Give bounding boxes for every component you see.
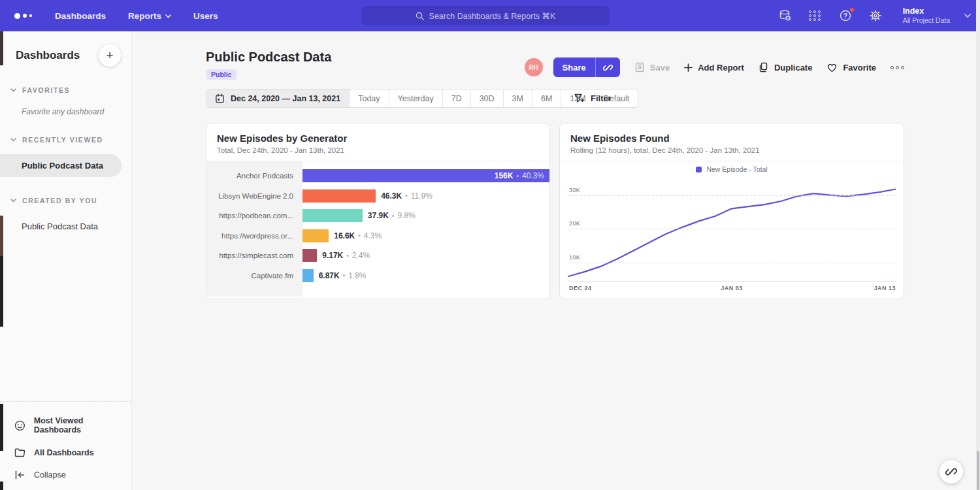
value-separator: • [346,252,349,259]
all-dashboards-button[interactable]: All Dashboards [14,441,131,464]
search-input[interactable]: Search Dashboards & Reports ⌘K [361,6,610,25]
bar-wordpress[interactable] [302,229,329,242]
bar-captivate[interactable] [302,269,314,282]
settings-gear-icon[interactable] [869,9,882,22]
bar-value: 16.6K [334,231,355,240]
bar-anchor-podcasts[interactable]: 156K•40.3% [302,169,549,182]
bar-row[interactable]: 156K•40.3% [302,166,549,186]
preset-30d[interactable]: 30D [471,90,504,107]
header-actions: RH Share Save Add Report Duplicate Favor… [525,57,904,78]
nav-right-icons: ? Index All Project Data [779,0,971,31]
bar-chart-category-axis: Anchor Podcasts Libsyn WebEngine 2.0 htt… [206,161,302,297]
value-separator: • [405,192,408,199]
sidebar-section-created-by-you[interactable]: CREATED BY YOU [10,197,131,204]
bar-row[interactable]: 16.6K•4.3% [302,226,549,246]
bar-row[interactable]: 9.17K•2.4% [302,246,549,266]
chevron-down-icon [10,138,16,142]
share-button[interactable]: Share [553,57,595,77]
filter-button[interactable]: Filter [574,89,612,108]
collapse-sidebar-button[interactable]: Collapse [14,464,131,486]
search-placeholder: Search Dashboards & Reports ⌘K [429,11,556,21]
most-viewed-dashboards-button[interactable]: Most Viewed Dashboards [14,410,131,441]
sidebar-item-public-podcast-data-created[interactable]: Public Podcast Data [0,215,131,238]
bar-row[interactable]: 37.9K•9.8% [302,206,549,226]
bar-row[interactable]: 6.87K•1.8% [302,266,549,286]
chart-legend[interactable]: New Episode - Total [560,161,904,177]
scrollbar-thumb[interactable] [977,451,979,490]
bar-value: 9.17K [322,251,343,260]
category-label: Captivate.fm [206,266,302,286]
bar-chart-plot: 156K•40.3% 46.3K•11.9% 37.9K•9.8% 16.6K•… [302,161,549,297]
card-subtitle: Total, Dec 24th, 2020 - Jan 13th, 2021 [217,146,539,154]
bottom-item-label: All Dashboards [34,448,94,457]
nav-item-users[interactable]: Users [193,11,218,21]
legend-swatch [696,167,702,172]
add-report-button[interactable]: Add Report [684,63,744,73]
notification-badge [849,7,855,12]
chevron-down-icon [964,14,971,18]
favorites-hint: Favorite any dashboard [22,107,131,116]
section-label: RECENTLY VIEWED [22,136,103,144]
apps-grid-icon[interactable] [809,9,822,22]
svg-text:?: ? [843,12,847,20]
project-subtitle: All Project Data [903,16,950,25]
sidebar-section-recently-viewed[interactable]: RECENTLY VIEWED [10,136,131,144]
bottom-item-label: Most Viewed Dashboards [34,416,131,434]
bar-percent: 40.3% [522,171,544,180]
category-label: https://simplecast.com [206,246,302,266]
preset-6m[interactable]: 6M [532,90,561,107]
preset-today[interactable]: Today [350,90,389,107]
avatar[interactable]: RH [525,58,543,76]
share-link-button[interactable] [595,57,620,77]
desktop-edge-artifact [0,31,3,65]
card-new-episodes-found[interactable]: New Episodes Found Rolling (12 hours), t… [559,123,904,299]
add-dashboard-button[interactable]: + [99,44,121,67]
x-axis-ticks: DEC 24 JAN 03 JAN 13 [568,285,896,294]
preset-7d[interactable]: 7D [443,90,471,107]
date-range-picker[interactable]: Dec 24, 2020 — Jan 13, 2021 [206,90,350,107]
gridline [568,263,896,263]
category-label: https://podbean.com... [206,206,302,226]
bar-podbean[interactable] [302,209,363,222]
card-new-episodes-by-generator[interactable]: New Episodes by Generator Total, Dec 24t… [206,123,550,299]
main-content: Public Podcast Data Public RH Share Save… [132,31,980,490]
project-name: Index [903,7,950,16]
category-label: Libsyn WebEngine 2.0 [206,186,302,206]
nav-item-label: Reports [128,11,161,21]
project-switcher[interactable]: Index All Project Data [903,7,971,25]
bar-row[interactable]: 46.3K•11.9% [302,186,549,206]
bar-value: 46.3K [381,191,402,201]
save-button[interactable]: Save [634,62,670,73]
bar-libsyn[interactable] [302,189,376,203]
preset-yesterday[interactable]: Yesterday [389,90,443,107]
help-icon[interactable]: ? [839,9,852,22]
more-options-button[interactable] [890,66,904,69]
add-report-label: Add Report [698,63,744,73]
sidebar: Dashboards + FAVORITES Favorite any dash… [0,31,132,490]
section-label: FAVORITES [22,86,70,94]
link-icon [945,466,957,478]
bar-simplecast[interactable] [302,249,317,262]
favorite-button[interactable]: Favorite [826,63,876,73]
nav-item-dashboards[interactable]: Dashboards [55,11,106,21]
desktop-edge-artifact [0,256,3,327]
bar-percent: 9.8% [397,211,415,220]
data-management-icon[interactable] [779,9,792,22]
mixpanel-logo-icon[interactable] [14,13,43,19]
scrollbar[interactable] [976,0,980,490]
sidebar-item-public-podcast-data[interactable]: Public Podcast Data [0,154,122,177]
sidebar-bottom: Most Viewed Dashboards All Dashboards Co… [0,401,131,486]
duplicate-button[interactable]: Duplicate [759,62,813,73]
copy-link-fab[interactable] [939,460,963,483]
bottom-item-label: Collapse [34,470,66,480]
sidebar-section-favorites[interactable]: FAVORITES [10,86,131,94]
nav-item-label: Dashboards [55,11,106,21]
bar-value: 37.9K [368,211,389,220]
nav-item-reports[interactable]: Reports [128,11,171,21]
filter-label: Filter [591,93,612,103]
duplicate-icon [759,62,769,73]
nav-item-label: Users [193,11,218,21]
preset-3m[interactable]: 3M [504,90,532,107]
chevron-down-icon [10,199,16,203]
line-series[interactable] [568,189,896,277]
